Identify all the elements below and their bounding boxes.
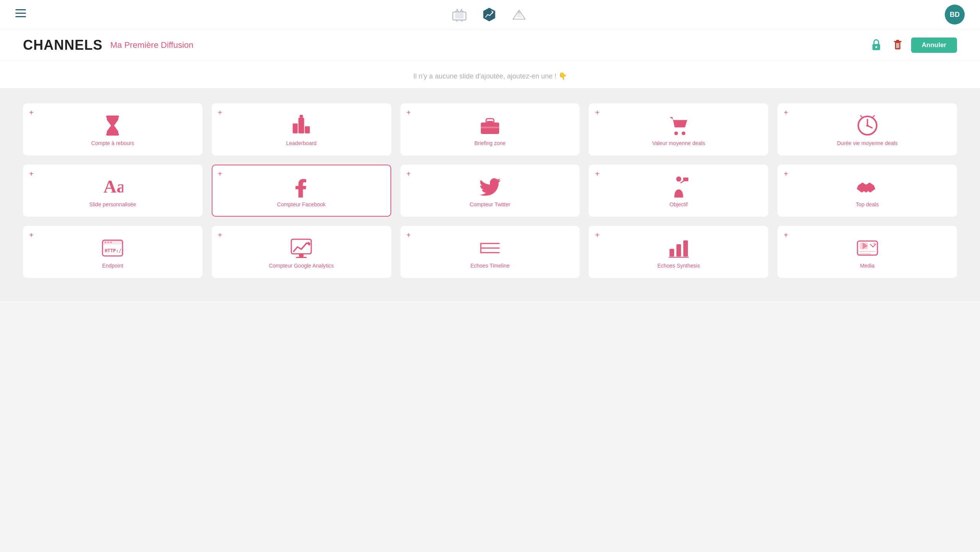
svg-point-35	[682, 131, 686, 135]
svg-text:HTTP://: HTTP://	[105, 248, 124, 253]
card-leaderboard[interactable]: + Leaderboard	[212, 103, 391, 155]
card-compte-a-rebours[interactable]: + Compte à rebours	[23, 103, 203, 155]
svg-point-43	[676, 176, 681, 182]
card-plus-icon: +	[218, 170, 222, 178]
svg-rect-60	[670, 249, 674, 256]
card-icon-media	[857, 237, 878, 259]
svg-rect-62	[683, 240, 688, 256]
card-objectif[interactable]: + Objectif	[589, 165, 768, 217]
card-media[interactable]: + Media	[777, 226, 957, 278]
svg-point-49	[108, 242, 109, 243]
card-label-compteur-facebook: Compteur Facebook	[277, 201, 326, 207]
svg-line-40	[861, 116, 862, 117]
grid-area: + Compte à rebours + Leaderboard + Brie	[0, 88, 980, 301]
card-icon-briefcase	[479, 115, 501, 136]
svg-marker-11	[483, 8, 495, 21]
card-compteur-google-analytics[interactable]: + Compteur Google Analytics	[212, 226, 391, 278]
card-label-compte-a-rebours: Compte à rebours	[91, 140, 134, 146]
tv-nav-icon[interactable]	[452, 7, 467, 22]
header-actions: Annuler	[868, 37, 957, 53]
card-plus-icon: +	[784, 170, 788, 178]
card-icon-leaderboard	[291, 115, 312, 136]
card-label-duree-vie-moyenne-deals: Durée vie moyenne deals	[837, 140, 898, 146]
svg-text:Aa: Aa	[104, 176, 124, 196]
lock-button[interactable]	[868, 37, 884, 53]
svg-rect-55	[296, 257, 307, 258]
card-label-objectif: Objectif	[670, 201, 688, 207]
card-icon-analytics	[291, 237, 312, 259]
trash-button[interactable]	[890, 37, 906, 53]
card-label-compteur-google-analytics: Compteur Google Analytics	[269, 263, 334, 269]
svg-point-34	[674, 131, 678, 135]
svg-line-41	[873, 116, 874, 117]
card-icon-twitter	[479, 176, 501, 198]
card-label-echoes-synthesis: Echoes Synthesis	[657, 263, 700, 269]
card-plus-icon: +	[407, 170, 411, 178]
svg-rect-32	[487, 121, 493, 123]
page-title: CHANNELS	[23, 37, 103, 53]
svg-rect-19	[896, 40, 899, 41]
svg-point-16	[875, 46, 877, 48]
card-plus-icon: +	[218, 109, 222, 116]
card-compteur-twitter[interactable]: + Compteur Twitter	[400, 165, 580, 217]
card-icon-cart	[668, 115, 689, 136]
svg-rect-24	[106, 134, 119, 136]
card-icon-text: Aa	[102, 176, 123, 198]
svg-point-28	[300, 115, 303, 118]
page-header: CHANNELS Ma Première Diffusion Annuler	[0, 29, 980, 60]
card-briefing-zone[interactable]: + Briefing zone	[400, 103, 580, 155]
card-plus-icon: +	[29, 109, 34, 116]
card-plus-icon: +	[407, 109, 411, 116]
header-nav	[452, 7, 526, 22]
svg-point-50	[110, 242, 112, 243]
svg-rect-0	[15, 9, 26, 10]
hexagon-nav-icon[interactable]	[482, 7, 497, 22]
card-compteur-facebook[interactable]: + Compteur Facebook	[212, 165, 391, 217]
card-label-media: Media	[860, 263, 875, 269]
svg-rect-2	[15, 16, 26, 17]
card-plus-icon: +	[784, 109, 788, 116]
channel-name: Ma Première Diffusion	[110, 40, 193, 50]
header: BD	[0, 0, 980, 29]
card-plus-icon: +	[784, 231, 788, 239]
card-plus-icon: +	[29, 231, 34, 239]
card-label-leaderboard: Leaderboard	[286, 140, 316, 146]
svg-rect-54	[299, 254, 304, 257]
svg-rect-1	[15, 13, 26, 14]
card-plus-icon: +	[595, 231, 599, 239]
svg-rect-23	[106, 116, 119, 118]
card-plus-icon: +	[595, 109, 599, 116]
card-icon-clock	[857, 115, 878, 136]
svg-line-29	[300, 118, 300, 119]
card-plus-icon: +	[595, 170, 599, 178]
card-icon-hourglass	[102, 115, 123, 136]
svg-rect-61	[676, 244, 681, 256]
svg-rect-45	[683, 178, 688, 181]
card-label-valeur-moyenne-deals: Valeur moyenne deals	[652, 140, 705, 146]
card-slide-personnalisee[interactable]: + Aa Slide personnalisée	[23, 165, 203, 217]
card-endpoint[interactable]: + HTTP:// Endpoint	[23, 226, 203, 278]
card-label-top-deals: Top deals	[856, 201, 879, 207]
avatar[interactable]: BD	[945, 5, 965, 24]
card-label-slide-personnalisee: Slide personnalisée	[89, 201, 136, 207]
card-icon-http: HTTP://	[102, 237, 123, 259]
svg-rect-25	[299, 118, 304, 133]
hamburger-button[interactable]	[15, 9, 26, 20]
card-top-deals[interactable]: + Top deals	[777, 165, 957, 217]
svg-rect-33	[480, 127, 500, 128]
annuler-button[interactable]: Annuler	[911, 38, 957, 53]
empty-state: Il n'y a aucune slide d'ajoutée, ajoutez…	[0, 60, 980, 88]
card-icon-objectif	[668, 176, 689, 198]
svg-line-39	[867, 126, 872, 128]
cards-grid: + Compte à rebours + Leaderboard + Brie	[23, 103, 957, 278]
svg-rect-26	[293, 123, 298, 133]
card-valeur-moyenne-deals[interactable]: + Valeur moyenne deals	[589, 103, 768, 155]
mountain-nav-icon[interactable]	[512, 7, 526, 22]
page-title-area: CHANNELS Ma Première Diffusion	[23, 37, 193, 53]
svg-line-30	[303, 118, 303, 119]
header-left	[15, 9, 34, 20]
card-duree-vie-moyenne-deals[interactable]: + Durée vie moyenne deals	[777, 103, 957, 155]
card-echoes-timeline[interactable]: + Echoes Timeline	[400, 226, 580, 278]
card-plus-icon: +	[407, 231, 411, 239]
card-echoes-synthesis[interactable]: + Echoes Synthesis	[589, 226, 768, 278]
